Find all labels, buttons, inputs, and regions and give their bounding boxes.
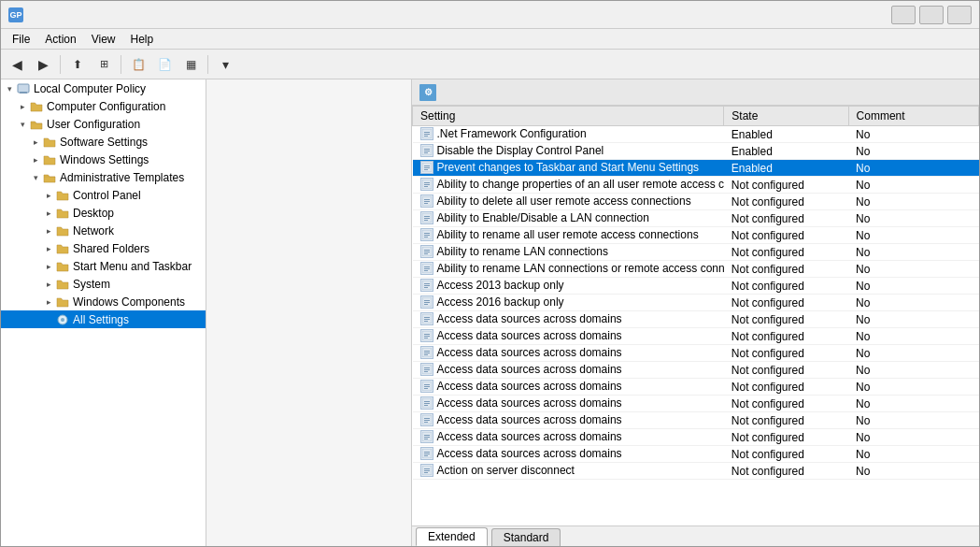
sidebar-item-start-menu-taskbar[interactable]: ▸Start Menu and Taskbar — [1, 257, 206, 275]
tree-expander-user-configuration[interactable]: ▾ — [16, 118, 29, 131]
sidebar-item-computer-configuration[interactable]: ▸Computer Configuration — [1, 97, 206, 115]
cell-setting: Action on server disconnect — [413, 463, 724, 480]
close-button[interactable] — [947, 6, 972, 24]
svg-rect-7 — [424, 136, 428, 137]
svg-rect-5 — [424, 132, 430, 133]
sidebar-item-user-configuration[interactable]: ▾User Configuration — [1, 115, 206, 133]
tree-icon-system — [55, 277, 70, 292]
tree-expander-control-panel[interactable]: ▸ — [42, 189, 55, 202]
tree-icon-computer-configuration — [29, 99, 44, 114]
view-button2[interactable]: 📄 — [152, 53, 177, 76]
tab-standard[interactable]: Standard — [491, 528, 561, 546]
sidebar-item-desktop[interactable]: ▸Desktop — [1, 204, 206, 222]
forward-button[interactable]: ▶ — [31, 53, 55, 76]
tree-icon-local-computer-policy — [16, 81, 31, 96]
table-row[interactable]: Prevent changes to Taskbar and Start Men… — [413, 160, 979, 177]
sidebar-item-network[interactable]: ▸Network — [1, 222, 206, 239]
table-row[interactable]: Ability to delete all user remote access… — [413, 194, 979, 210]
table-row[interactable]: Action on server disconnectNot configure… — [413, 463, 979, 480]
table-row[interactable]: Access data sources across domainsNot co… — [413, 379, 979, 396]
svg-rect-14 — [424, 167, 430, 168]
table-header-row: Setting State Comment — [413, 107, 979, 126]
show-hide-button[interactable]: ⊞ — [92, 53, 116, 76]
tree-expander-shared-folders[interactable]: ▸ — [42, 242, 55, 255]
table-row[interactable]: Access data sources across domainsNot co… — [413, 446, 979, 463]
svg-rect-54 — [424, 336, 430, 337]
table-row[interactable]: Ability to change properties of an all u… — [413, 177, 979, 194]
tree-expander-windows-components[interactable]: ▸ — [42, 295, 55, 309]
cell-setting: Access 2013 backup only — [413, 278, 724, 295]
settings-table: Setting State Comment .Net Framework Con… — [412, 106, 979, 525]
sidebar-item-label-start-menu-taskbar: Start Menu and Taskbar — [73, 260, 192, 273]
minimize-button[interactable] — [891, 6, 916, 24]
svg-rect-39 — [424, 270, 428, 271]
svg-rect-34 — [424, 252, 430, 252]
tree-expander-software-settings[interactable]: ▸ — [29, 136, 42, 149]
svg-rect-41 — [424, 283, 430, 284]
maximize-button[interactable] — [919, 6, 944, 24]
table-row[interactable]: Access data sources across domainsNot co… — [413, 328, 979, 345]
svg-rect-18 — [424, 184, 430, 185]
col-setting[interactable]: Setting — [413, 107, 724, 126]
up-button[interactable]: ⬆ — [65, 53, 90, 76]
tree-expander-computer-configuration[interactable]: ▸ — [16, 100, 29, 113]
sidebar-item-local-computer-policy[interactable]: ▾Local Computer Policy — [1, 79, 206, 97]
sidebar-item-label-control-panel: Control Panel — [73, 189, 141, 202]
table-row[interactable]: Access data sources across domainsNot co… — [413, 345, 979, 362]
col-comment[interactable]: Comment — [848, 107, 978, 126]
menu-item-help[interactable]: Help — [123, 31, 162, 48]
table-row[interactable]: Ability to rename all user remote access… — [413, 227, 979, 244]
table-row[interactable]: Access data sources across domainsNot co… — [413, 429, 979, 446]
sidebar-item-windows-settings[interactable]: ▸Windows Settings — [1, 151, 206, 168]
back-button[interactable]: ◀ — [5, 53, 29, 76]
sidebar-item-windows-components[interactable]: ▸Windows Components — [1, 293, 206, 310]
table-row[interactable]: Access data sources across domainsNot co… — [413, 362, 979, 379]
tab-extended[interactable]: Extended — [416, 527, 488, 546]
table-row[interactable]: .Net Framework ConfigurationEnabledNo — [413, 126, 979, 143]
sidebar-item-all-settings[interactable]: All Settings — [1, 310, 206, 328]
sidebar-item-administrative-templates[interactable]: ▾Administrative Templates — [1, 168, 206, 186]
cell-comment: No — [848, 244, 978, 261]
svg-rect-22 — [424, 201, 430, 202]
tree-expander-network[interactable]: ▸ — [42, 224, 55, 238]
cell-comment: No — [848, 463, 978, 480]
tree-expander-windows-settings[interactable]: ▸ — [29, 153, 42, 166]
sidebar-item-control-panel[interactable]: ▸Control Panel — [1, 186, 206, 204]
table-row[interactable]: Ability to rename LAN connections or rem… — [413, 261, 979, 278]
tree-expander-system[interactable]: ▸ — [42, 278, 55, 291]
tree-expander-administrative-templates[interactable]: ▾ — [29, 171, 42, 184]
cell-setting: Access data sources across domains — [413, 362, 724, 379]
table-row[interactable]: Access 2016 backup onlyNot configuredNo — [413, 295, 979, 311]
table-row[interactable]: Access data sources across domainsNot co… — [413, 311, 979, 328]
tree-expander-all-settings[interactable] — [42, 313, 55, 326]
table-row[interactable]: Disable the Display Control PanelEnabled… — [413, 143, 979, 160]
tree-expander-start-menu-taskbar[interactable]: ▸ — [42, 260, 55, 273]
app-icon: GP — [8, 7, 23, 22]
view-button3[interactable]: ▦ — [178, 53, 203, 76]
svg-rect-10 — [424, 151, 430, 151]
table-row[interactable]: Ability to rename LAN connectionsNot con… — [413, 244, 979, 261]
table-row[interactable]: Access 2013 backup onlyNot configuredNo — [413, 278, 979, 295]
menu-item-action[interactable]: Action — [37, 31, 83, 48]
main-window: GP FileActionViewHelp ◀ ▶ ⬆ ⊞ 📋 📄 ▦ ▾ ▾L… — [0, 0, 980, 547]
view-button1[interactable]: 📋 — [126, 53, 150, 76]
svg-rect-83 — [424, 455, 428, 456]
tree-icon-shared-folders — [55, 241, 70, 256]
col-state[interactable]: State — [724, 107, 848, 126]
sidebar-item-shared-folders[interactable]: ▸Shared Folders — [1, 239, 206, 257]
table-row[interactable]: Access data sources across domainsNot co… — [413, 396, 979, 412]
cell-state: Not configured — [724, 244, 848, 261]
menu-item-file[interactable]: File — [5, 31, 37, 48]
table-row[interactable]: Ability to Enable/Disable a LAN connecti… — [413, 210, 979, 227]
cell-state: Not configured — [724, 412, 848, 429]
filter-button[interactable]: ▾ — [213, 53, 237, 76]
tree-expander-desktop[interactable]: ▸ — [42, 207, 55, 220]
setting-icon — [420, 144, 433, 157]
menu-item-view[interactable]: View — [84, 31, 123, 48]
sidebar-item-system[interactable]: ▸System — [1, 275, 206, 293]
setting-icon — [420, 312, 433, 325]
setting-icon — [420, 380, 433, 393]
table-row[interactable]: Access data sources across domainsNot co… — [413, 412, 979, 429]
sidebar-item-software-settings[interactable]: ▸Software Settings — [1, 133, 206, 151]
tree-expander-local-computer-policy[interactable]: ▾ — [3, 82, 16, 95]
